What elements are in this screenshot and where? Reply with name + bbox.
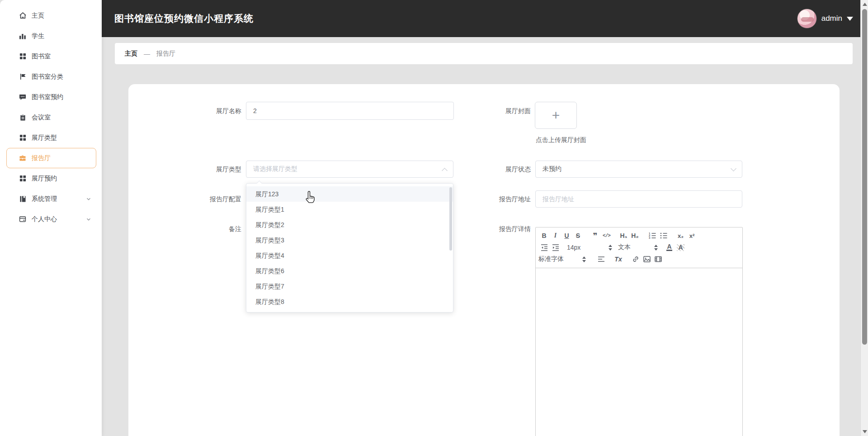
flag-icon — [19, 73, 27, 80]
top-header: 图书馆座位预约微信小程序系统 admin — [102, 0, 860, 37]
hall-cover-upload[interactable]: + — [535, 102, 577, 129]
sidebar-item-hall-type[interactable]: 展厅类型 — [6, 128, 96, 148]
hall-name-input[interactable] — [246, 102, 454, 120]
editor-content-area[interactable] — [536, 268, 742, 436]
image-icon[interactable] — [641, 254, 652, 265]
sidebar-item-label: 学生 — [32, 32, 44, 40]
dropdown-option[interactable]: 展厅类型4 — [246, 248, 453, 263]
bar-chart-icon — [19, 33, 27, 40]
sidebar-item-hall-booking[interactable]: 展厅预约 — [6, 168, 96, 189]
dropdown-option[interactable]: 展厅类型6 — [246, 263, 453, 279]
id-card-icon — [19, 216, 27, 223]
main-area: 主页 — 报告厅 展厅名称 展厅封面 + 点击上传展厅封面 展厅类型 请选择展厅… — [102, 37, 860, 436]
picker-arrows-icon — [654, 245, 658, 251]
ordered-list-icon[interactable]: 123 — [646, 230, 658, 241]
hall-status-select[interactable]: 未预约 — [535, 161, 742, 178]
blockquote-button[interactable]: ❞ — [590, 230, 601, 241]
chevron-down-icon — [86, 217, 91, 222]
sidebar-item-home[interactable]: 主页 — [6, 5, 96, 26]
sidebar-item-label: 会议室 — [32, 114, 51, 122]
hall-type-select[interactable]: 请选择展厅类型 — [246, 161, 453, 178]
hall-cover-label: 展厅封面 — [463, 107, 531, 115]
underline-button[interactable]: U — [561, 230, 572, 241]
text-color-button[interactable]: A — [664, 242, 675, 253]
subscript-button[interactable]: x₂ — [675, 230, 686, 241]
user-menu[interactable]: admin — [797, 9, 853, 28]
dropdown-scrollbar-thumb[interactable] — [449, 187, 452, 251]
outdent-icon[interactable] — [538, 242, 550, 253]
align-icon[interactable] — [595, 254, 607, 265]
code-block-button[interactable]: </> — [601, 230, 612, 241]
sidebar-item-meeting-room[interactable]: 会议室 — [6, 107, 96, 128]
book-icon — [19, 195, 27, 203]
sidebar-item-label: 图书室 — [32, 52, 51, 61]
dropdown-option[interactable]: 展厅类型7 — [246, 279, 453, 294]
sidebar-item-library-booking[interactable]: 图书室预约 — [6, 87, 96, 107]
background-color-button[interactable]: A — [675, 242, 686, 253]
picker-arrows-icon — [582, 256, 586, 262]
sidebar-item-system-management[interactable]: 系统管理 — [6, 189, 96, 209]
dropdown-option[interactable]: 展厅类型3 — [246, 232, 453, 248]
sidebar-item-library-category[interactable]: 图书室分类 — [6, 66, 96, 87]
dropdown-option-list: 展厅123展厅类型1展厅类型2展厅类型3展厅类型4展厅类型6展厅类型7展厅类型8 — [246, 186, 453, 309]
bullet-list-icon[interactable] — [658, 230, 669, 241]
hall-type-placeholder: 请选择展厅类型 — [253, 165, 297, 173]
sidebar-item-label: 展厅预约 — [32, 175, 57, 183]
indent-icon[interactable] — [550, 242, 561, 253]
sidebar-item-label: 展厅类型 — [32, 134, 57, 142]
form-card: 展厅名称 展厅封面 + 点击上传展厅封面 展厅类型 请选择展厅类型 展厅状态 未… — [128, 84, 840, 436]
scroll-down-arrow-icon[interactable] — [863, 430, 867, 433]
dropdown-option[interactable]: 展厅类型1 — [246, 202, 453, 217]
hall-address-input[interactable] — [535, 190, 742, 208]
font-size-picker[interactable]: 14px — [567, 244, 612, 251]
breadcrumb-separator: — — [144, 50, 150, 57]
svg-text:3: 3 — [649, 237, 651, 239]
avatar[interactable] — [797, 9, 817, 28]
scroll-up-arrow-icon[interactable] — [863, 3, 867, 6]
dropdown-option[interactable]: 展厅类型8 — [246, 294, 453, 309]
link-icon[interactable] — [630, 254, 641, 265]
hall-address-label: 报告厅地址 — [463, 195, 531, 204]
plus-icon: + — [552, 109, 560, 122]
sidebar-item-label: 图书室分类 — [32, 73, 63, 81]
sidebar-item-label: 主页 — [32, 12, 44, 20]
scrollbar-thumb[interactable] — [862, 9, 867, 345]
grid-icon — [19, 134, 27, 141]
hall-cover-hint: 点击上传展厅封面 — [536, 136, 586, 144]
grid-icon — [19, 175, 27, 182]
rich-text-editor: B I U S ❞ </> H₁ H₂ 123 — [535, 227, 743, 436]
clean-format-button[interactable]: Tx — [613, 254, 624, 265]
italic-button[interactable]: I — [550, 230, 561, 241]
remark-label: 备注 — [174, 225, 241, 233]
page-scrollbar — [860, 0, 868, 436]
dropdown-option[interactable]: 展厅类型2 — [246, 217, 453, 232]
superscript-button[interactable]: x² — [686, 230, 698, 241]
breadcrumb-home-link[interactable]: 主页 — [125, 50, 137, 58]
sidebar-item-personal-center[interactable]: 个人中心 — [6, 209, 96, 229]
breadcrumb: 主页 — 报告厅 — [115, 43, 853, 64]
chevron-down-icon — [731, 166, 736, 171]
username: admin — [821, 14, 842, 23]
dropdown-option[interactable]: 展厅123 — [246, 186, 453, 202]
comment-icon — [19, 94, 27, 101]
heading1-button[interactable]: H₁ — [618, 230, 629, 241]
hall-detail-label: 报告厅详情 — [463, 225, 531, 233]
font-family-picker[interactable]: 标准字体 — [538, 255, 586, 263]
header-format-picker[interactable]: 文本 — [618, 243, 658, 251]
grid-icon — [19, 53, 27, 60]
sidebar: 主页学生图书室图书室分类图书室预约会议室展厅类型报告厅展厅预约系统管理个人中心 — [0, 0, 102, 436]
sidebar-item-report-hall[interactable]: 报告厅 — [6, 148, 96, 168]
chevron-down-icon — [86, 196, 91, 202]
app-title: 图书馆座位预约微信小程序系统 — [114, 12, 254, 25]
video-icon[interactable] — [652, 254, 664, 265]
heading2-button[interactable]: H₂ — [629, 230, 641, 241]
home-icon — [19, 12, 27, 19]
chevron-up-icon — [442, 168, 448, 174]
hall-type-label: 展厅类型 — [174, 165, 241, 174]
bold-button[interactable]: B — [538, 230, 550, 241]
caret-down-icon — [847, 17, 853, 21]
sidebar-item-student[interactable]: 学生 — [6, 26, 96, 46]
hall-name-label: 展厅名称 — [174, 107, 241, 115]
sidebar-item-library[interactable]: 图书室 — [6, 46, 96, 66]
strikethrough-button[interactable]: S — [572, 230, 584, 241]
